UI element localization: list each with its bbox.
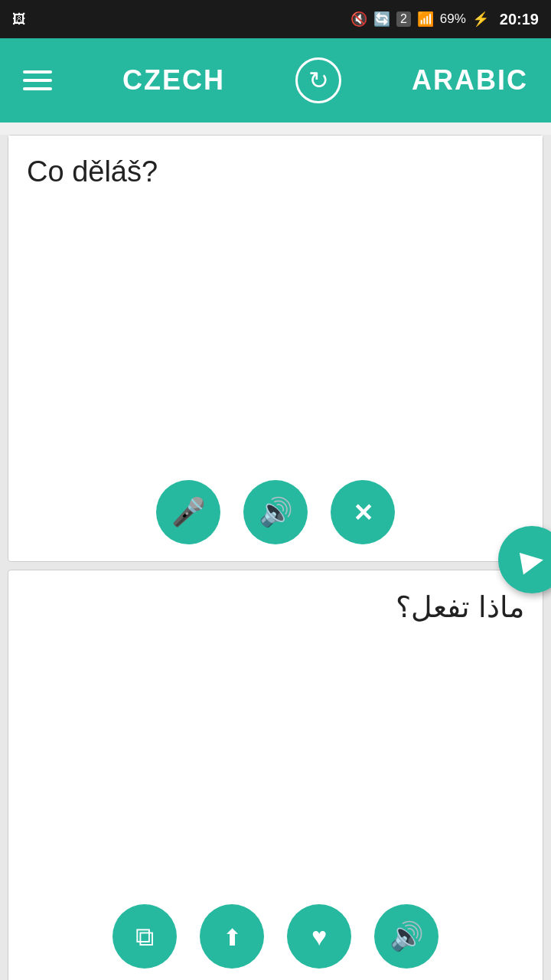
target-controls <box>8 892 543 980</box>
battery-icon: 69% <box>440 11 466 27</box>
speaker-source-icon <box>259 496 293 528</box>
heart-icon <box>311 920 327 952</box>
source-text-input[interactable] <box>8 136 543 465</box>
mute-icon: 🔇 <box>350 11 367 28</box>
speak-target-button[interactable] <box>374 904 439 969</box>
signal-icon: 📶 <box>417 11 434 28</box>
target-panel: ماذا تفعل؟ <box>8 570 543 980</box>
sim-icon: 2 <box>396 11 411 27</box>
speaker-target-icon <box>390 920 424 952</box>
microphone-button[interactable] <box>156 480 220 544</box>
target-text-output: ماذا تفعل؟ <box>8 570 543 892</box>
source-language-label[interactable]: CZECH <box>122 64 225 96</box>
menu-button[interactable] <box>23 70 52 90</box>
clear-icon <box>353 496 373 528</box>
send-icon: ▶ <box>518 541 546 578</box>
copy-icon <box>135 920 154 952</box>
clock: 20:19 <box>500 11 539 28</box>
clear-button[interactable] <box>331 480 395 544</box>
favorite-button[interactable] <box>287 904 351 969</box>
target-language-label[interactable]: ARABIC <box>412 64 528 96</box>
menu-line-2 <box>23 79 52 82</box>
menu-line-3 <box>23 87 52 90</box>
swap-languages-button[interactable]: ↻ <box>295 57 341 103</box>
copy-button[interactable] <box>112 904 177 969</box>
gallery-icon: 🖼 <box>12 11 26 28</box>
source-controls <box>8 468 543 561</box>
swap-icon: ↻ <box>308 66 329 95</box>
sync-icon: 🔄 <box>373 11 390 28</box>
mic-icon <box>171 496 206 528</box>
charging-icon: ⚡ <box>472 11 489 28</box>
share-icon <box>223 920 242 952</box>
source-panel: ▶ <box>8 135 543 562</box>
speak-source-button[interactable] <box>243 480 308 544</box>
status-bar: 🖼 🔇 🔄 2 📶 69% ⚡ 20:19 <box>0 0 551 38</box>
share-button[interactable] <box>200 904 264 969</box>
main-content: ▶ ماذا تفعل؟ <box>0 135 551 980</box>
menu-line-1 <box>23 70 52 74</box>
app-header: CZECH ↻ ARABIC <box>0 38 551 122</box>
